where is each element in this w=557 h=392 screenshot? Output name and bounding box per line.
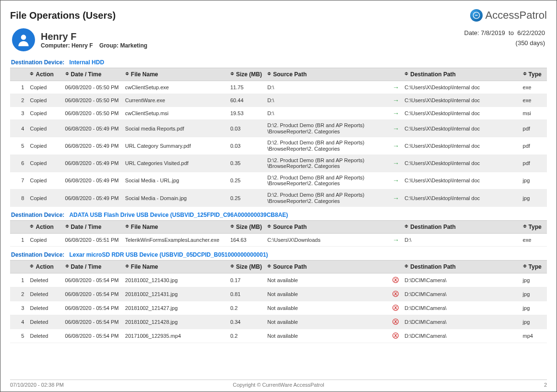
- sort-icon[interactable]: [230, 264, 235, 269]
- device-label: Destination Device:ADATA USB Flash Drive…: [11, 212, 547, 218]
- cell-size: 19.53: [227, 107, 264, 120]
- sort-icon[interactable]: [30, 264, 35, 269]
- col-filename[interactable]: File Name: [122, 261, 227, 273]
- cell-action: Copied: [27, 107, 62, 120]
- col-filename[interactable]: File Name: [122, 221, 227, 234]
- cell-datetime: 06/08/2020 - 05:54 PM: [62, 273, 122, 287]
- cell-icon: ⓧ: [390, 315, 402, 329]
- arrow-right-icon: →: [392, 96, 399, 104]
- col-action[interactable]: Action: [27, 68, 62, 81]
- cell-icon: →: [390, 190, 402, 207]
- sort-icon[interactable]: [230, 225, 235, 229]
- cell-datetime: 06/08/2020 - 05:50 PM: [62, 94, 122, 107]
- cell-action: Copied: [27, 81, 62, 94]
- cell-icon: ⓧ: [390, 329, 402, 343]
- sort-icon[interactable]: [404, 264, 409, 269]
- col-source[interactable]: Source Path: [264, 261, 390, 273]
- table-row: 3 Deleted 06/08/2020 - 05:54 PM 20181002…: [10, 301, 547, 315]
- col-type[interactable]: Type: [520, 261, 547, 273]
- device-label: Destination Device:Lexar microSD RDR USB…: [11, 251, 547, 258]
- header-row: File Operations (Users) AccessPatrol: [10, 9, 547, 22]
- sort-icon[interactable]: [30, 72, 35, 77]
- col-destination[interactable]: Destination Path: [402, 261, 520, 273]
- sort-icon[interactable]: [404, 72, 409, 77]
- sort-icon[interactable]: [30, 225, 35, 229]
- arrow-right-icon: →: [392, 194, 399, 202]
- table-row: 1 Copied 06/08/2020 - 05:50 PM cwClientS…: [10, 81, 547, 94]
- sort-icon[interactable]: [125, 72, 130, 77]
- cell-size: 0.25: [227, 190, 264, 207]
- sort-icon[interactable]: [523, 264, 528, 269]
- cell-type: jpg: [520, 315, 547, 329]
- col-destination[interactable]: Destination Path: [402, 221, 520, 234]
- col-datetime[interactable]: Date / Time: [62, 261, 122, 273]
- table-head: Action Date / Time File Name Size (MB) S…: [10, 68, 547, 81]
- sort-icon[interactable]: [65, 72, 70, 77]
- col-datetime[interactable]: Date / Time: [62, 68, 122, 81]
- col-filename[interactable]: File Name: [122, 68, 227, 81]
- cell-source-path: D:\: [264, 94, 390, 107]
- cell-size: 0.2: [227, 301, 264, 315]
- date-range: Date: 7/8/2019 to 6/22/2020 (350 days): [464, 28, 545, 48]
- device-label-text: Destination Device:: [11, 251, 64, 258]
- table-row: 4 Copied 06/08/2020 - 05:49 PM Social me…: [10, 120, 547, 137]
- col-source[interactable]: Source Path: [264, 221, 390, 234]
- cell-filename: cwClientSetup.exe: [122, 81, 227, 94]
- cell-destination-path: C:\Users\X\Desktop\Internal doc: [402, 120, 520, 137]
- sort-icon[interactable]: [267, 225, 272, 229]
- arrow-right-icon: →: [392, 236, 399, 244]
- table-row: 6 Copied 06/08/2020 - 05:49 PM URL Categ…: [10, 154, 547, 172]
- col-action[interactable]: Action: [27, 261, 62, 273]
- col-action[interactable]: Action: [27, 221, 62, 234]
- cell-icon: ⓧ: [390, 273, 402, 287]
- sort-icon[interactable]: [125, 264, 130, 269]
- cell-source-path: D:\2. Product Demo (BR and AP Reports)\B…: [264, 137, 390, 154]
- arrow-right-icon: →: [392, 125, 399, 132]
- delete-x-icon: ⓧ: [392, 276, 399, 284]
- footer: 07/10/2020 - 02:38 PM Copyright © Curren…: [10, 380, 547, 388]
- brand-icon: [470, 9, 483, 22]
- sort-icon[interactable]: [65, 264, 70, 269]
- col-source[interactable]: Source Path: [264, 68, 390, 81]
- cell-type: msi: [520, 107, 547, 120]
- col-size[interactable]: Size (MB): [227, 68, 264, 81]
- cell-size: 0.25: [227, 172, 264, 189]
- sort-icon[interactable]: [125, 225, 130, 229]
- col-size[interactable]: Size (MB): [227, 221, 264, 234]
- row-index: 2: [10, 94, 27, 107]
- table-row: 8 Copied 06/08/2020 - 05:49 PM Social Me…: [10, 190, 547, 207]
- sort-icon[interactable]: [404, 225, 409, 229]
- cell-filename: CurrentWare.exe: [122, 94, 227, 107]
- cell-datetime: 06/08/2020 - 05:49 PM: [62, 190, 122, 207]
- row-index: 3: [10, 107, 27, 120]
- cell-action: Deleted: [27, 273, 62, 287]
- col-type[interactable]: Type: [520, 221, 547, 234]
- sort-icon[interactable]: [65, 225, 70, 229]
- brand: AccessPatrol: [470, 9, 547, 22]
- cell-size: 0.2: [227, 329, 264, 343]
- cell-source-path: D:\2. Product Demo (BR and AP Reports)\B…: [264, 120, 390, 137]
- device-name: Internal HDD: [69, 59, 104, 66]
- brand-text: AccessPatrol: [486, 9, 547, 22]
- col-type[interactable]: Type: [520, 68, 547, 81]
- cell-icon: →: [390, 81, 402, 94]
- cell-action: Deleted: [27, 287, 62, 301]
- col-datetime[interactable]: Date / Time: [62, 221, 122, 234]
- cell-icon: →: [390, 172, 402, 189]
- sort-icon[interactable]: [523, 225, 528, 229]
- cell-source-path: Not available: [264, 287, 390, 301]
- cell-icon: ⓧ: [390, 287, 402, 301]
- cell-size: 11.75: [227, 81, 264, 94]
- arrow-right-icon: →: [392, 177, 399, 184]
- table-row: 7 Copied 06/08/2020 - 05:49 PM Social Me…: [10, 172, 547, 189]
- cell-type: jpg: [520, 287, 547, 301]
- sort-icon[interactable]: [267, 72, 272, 77]
- cell-source-path: D:\2. Product Demo (BR and AP Reports)\B…: [264, 172, 390, 189]
- col-size[interactable]: Size (MB): [227, 261, 264, 273]
- cell-action: Copied: [27, 120, 62, 137]
- sort-icon[interactable]: [267, 264, 272, 269]
- sort-icon[interactable]: [523, 72, 528, 77]
- arrow-right-icon: →: [392, 159, 399, 167]
- col-destination[interactable]: Destination Path: [402, 68, 520, 81]
- sort-icon[interactable]: [230, 72, 235, 77]
